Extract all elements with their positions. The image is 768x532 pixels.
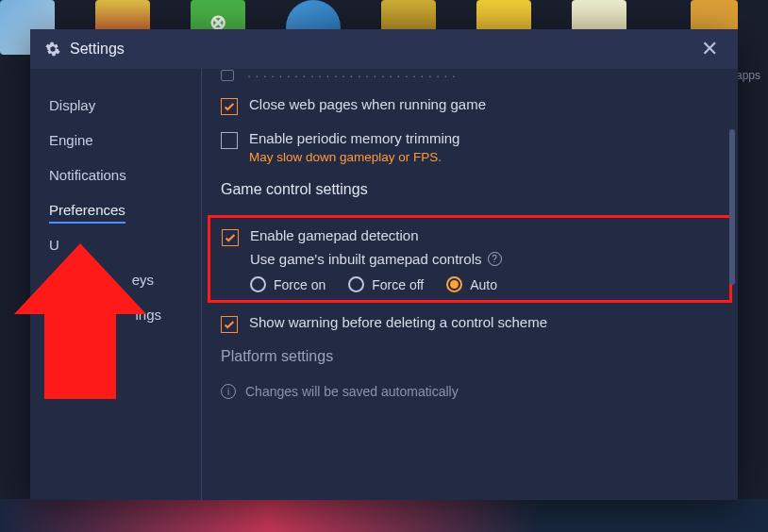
option-close-web-label: Close web pages when running game <box>249 96 486 112</box>
background-gradient <box>0 499 768 532</box>
section-game-control-heading: Game control settings <box>221 181 719 198</box>
radio-force-on[interactable]: Force on <box>250 276 326 292</box>
sidebar: Display Engine Notifications Preferences… <box>30 69 202 500</box>
sidebar-item-preferences[interactable]: Preferences <box>30 192 201 227</box>
sidebar-item-display[interactable]: Display <box>30 88 201 123</box>
radio-force-off-circle[interactable] <box>348 276 364 292</box>
close-button[interactable]: ✕ <box>696 39 723 59</box>
option-memory-trim-warning: May slow down gameplay or FPS. <box>249 150 459 164</box>
modal-header: Settings ✕ <box>30 29 738 69</box>
option-memory-trim[interactable]: Enable periodic memory trimming May slow… <box>221 130 719 164</box>
sidebar-item-engine[interactable]: Engine <box>30 123 201 158</box>
info-text: Changes will be saved automatically <box>245 384 459 399</box>
scrollbar-thumb[interactable] <box>729 129 735 285</box>
help-icon[interactable]: ? <box>488 252 502 266</box>
option-memory-trim-label: Enable periodic memory trimming <box>249 130 459 146</box>
sidebar-item-obscured-3[interactable]: ings <box>30 297 201 332</box>
settings-modal: Settings ✕ Display Engine Notifications … <box>30 29 738 500</box>
option-gamepad-detection[interactable]: Enable gamepad detection Use game's inbu… <box>222 227 718 292</box>
apps-label: apps <box>736 69 760 82</box>
modal-title: Settings <box>70 41 696 58</box>
option-gamepad-label: Enable gamepad detection <box>250 227 502 243</box>
checkbox-gamepad-detection[interactable] <box>222 229 239 246</box>
checkbox-memory-trim[interactable] <box>221 132 238 149</box>
option-close-web[interactable]: Close web pages when running game <box>221 96 719 113</box>
sidebar-item-notifications[interactable]: Notifications <box>30 158 201 192</box>
radio-force-on-circle[interactable] <box>250 276 266 292</box>
section-platform-heading: Platform settings <box>221 348 719 365</box>
cutoff-row: · · · · · · · · · · · · · · · · · · · · … <box>221 69 719 83</box>
radio-auto-circle[interactable] <box>446 276 462 292</box>
content-panel: · · · · · · · · · · · · · · · · · · · · … <box>202 69 738 500</box>
sidebar-item-obscured-1[interactable]: U <box>30 227 201 262</box>
checkbox-close-web[interactable] <box>221 98 238 115</box>
gear-icon <box>45 42 60 57</box>
info-row: i Changes will be saved automatically <box>221 384 719 399</box>
option-show-warning-label: Show warning before deleting a control s… <box>249 314 547 330</box>
radio-force-off[interactable]: Force off <box>348 276 424 292</box>
radio-group-gamepad: Force on Force off Auto <box>250 276 502 292</box>
option-show-warning[interactable]: Show warning before deleting a control s… <box>221 314 719 331</box>
sub-gamepad-label: Use game's inbuilt gamepad controls <box>250 251 482 267</box>
checkbox-show-warning[interactable] <box>221 316 238 333</box>
radio-auto[interactable]: Auto <box>446 276 497 292</box>
highlight-box-annotation: Enable gamepad detection Use game's inbu… <box>208 215 732 303</box>
sidebar-item-obscured-2[interactable]: eys <box>30 262 201 297</box>
sidebar-item-about[interactable]: About <box>30 332 201 367</box>
info-icon: i <box>221 384 236 399</box>
